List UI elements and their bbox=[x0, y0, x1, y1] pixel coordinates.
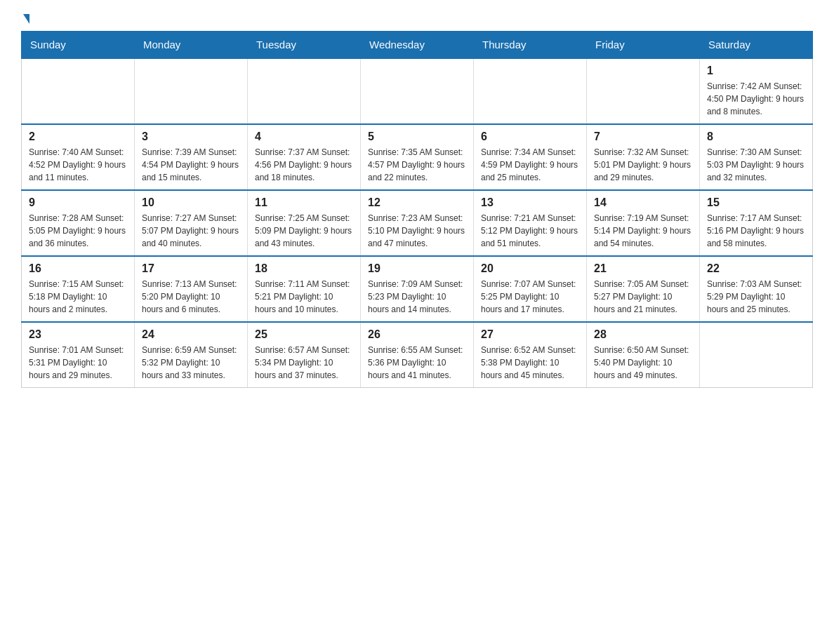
day-info: Sunrise: 7:11 AM Sunset: 5:21 PM Dayligh… bbox=[255, 278, 353, 316]
calendar-week-row: 1Sunrise: 7:42 AM Sunset: 4:50 PM Daylig… bbox=[22, 58, 813, 124]
day-number: 21 bbox=[594, 262, 692, 275]
day-info: Sunrise: 7:32 AM Sunset: 5:01 PM Dayligh… bbox=[594, 146, 692, 184]
calendar-cell: 1Sunrise: 7:42 AM Sunset: 4:50 PM Daylig… bbox=[700, 58, 813, 124]
day-number: 15 bbox=[707, 196, 805, 209]
day-number: 28 bbox=[594, 328, 692, 341]
col-saturday: Saturday bbox=[700, 32, 813, 59]
calendar-cell: 25Sunrise: 6:57 AM Sunset: 5:34 PM Dayli… bbox=[248, 322, 361, 388]
logo-arrow-icon bbox=[23, 14, 29, 24]
calendar-cell: 27Sunrise: 6:52 AM Sunset: 5:38 PM Dayli… bbox=[474, 322, 587, 388]
calendar-cell: 6Sunrise: 7:34 AM Sunset: 4:59 PM Daylig… bbox=[474, 124, 587, 190]
calendar-cell: 21Sunrise: 7:05 AM Sunset: 5:27 PM Dayli… bbox=[587, 256, 700, 322]
day-number: 24 bbox=[142, 328, 240, 341]
day-number: 4 bbox=[255, 130, 353, 143]
day-info: Sunrise: 7:35 AM Sunset: 4:57 PM Dayligh… bbox=[368, 146, 466, 184]
calendar-cell bbox=[248, 58, 361, 124]
calendar-cell: 26Sunrise: 6:55 AM Sunset: 5:36 PM Dayli… bbox=[361, 322, 474, 388]
day-number: 6 bbox=[481, 130, 579, 143]
calendar-cell: 15Sunrise: 7:17 AM Sunset: 5:16 PM Dayli… bbox=[700, 190, 813, 256]
page-header bbox=[21, 14, 813, 24]
calendar-week-row: 16Sunrise: 7:15 AM Sunset: 5:18 PM Dayli… bbox=[22, 256, 813, 322]
day-info: Sunrise: 7:09 AM Sunset: 5:23 PM Dayligh… bbox=[368, 278, 466, 316]
day-number: 1 bbox=[707, 65, 805, 77]
day-info: Sunrise: 6:57 AM Sunset: 5:34 PM Dayligh… bbox=[255, 344, 353, 382]
day-number: 3 bbox=[142, 130, 240, 143]
calendar-cell bbox=[22, 58, 135, 124]
day-number: 10 bbox=[142, 196, 240, 209]
calendar-cell: 22Sunrise: 7:03 AM Sunset: 5:29 PM Dayli… bbox=[700, 256, 813, 322]
day-info: Sunrise: 7:27 AM Sunset: 5:07 PM Dayligh… bbox=[142, 212, 240, 250]
calendar-cell: 3Sunrise: 7:39 AM Sunset: 4:54 PM Daylig… bbox=[135, 124, 248, 190]
day-number: 25 bbox=[255, 328, 353, 341]
day-number: 13 bbox=[481, 196, 579, 209]
day-info: Sunrise: 7:07 AM Sunset: 5:25 PM Dayligh… bbox=[481, 278, 579, 316]
day-info: Sunrise: 6:59 AM Sunset: 5:32 PM Dayligh… bbox=[142, 344, 240, 382]
calendar-cell: 11Sunrise: 7:25 AM Sunset: 5:09 PM Dayli… bbox=[248, 190, 361, 256]
day-info: Sunrise: 7:42 AM Sunset: 4:50 PM Dayligh… bbox=[707, 80, 805, 118]
day-number: 11 bbox=[255, 196, 353, 209]
calendar-week-row: 9Sunrise: 7:28 AM Sunset: 5:05 PM Daylig… bbox=[22, 190, 813, 256]
col-monday: Monday bbox=[135, 32, 248, 59]
day-info: Sunrise: 7:19 AM Sunset: 5:14 PM Dayligh… bbox=[594, 212, 692, 250]
calendar-cell: 16Sunrise: 7:15 AM Sunset: 5:18 PM Dayli… bbox=[22, 256, 135, 322]
calendar-cell bbox=[474, 58, 587, 124]
day-info: Sunrise: 7:23 AM Sunset: 5:10 PM Dayligh… bbox=[368, 212, 466, 250]
day-info: Sunrise: 6:50 AM Sunset: 5:40 PM Dayligh… bbox=[594, 344, 692, 382]
col-sunday: Sunday bbox=[22, 32, 135, 59]
calendar-cell: 19Sunrise: 7:09 AM Sunset: 5:23 PM Dayli… bbox=[361, 256, 474, 322]
calendar-cell: 12Sunrise: 7:23 AM Sunset: 5:10 PM Dayli… bbox=[361, 190, 474, 256]
col-thursday: Thursday bbox=[474, 32, 587, 59]
calendar-cell: 14Sunrise: 7:19 AM Sunset: 5:14 PM Dayli… bbox=[587, 190, 700, 256]
day-number: 7 bbox=[594, 130, 692, 143]
day-number: 27 bbox=[481, 328, 579, 341]
logo bbox=[21, 14, 29, 24]
day-number: 2 bbox=[29, 130, 127, 143]
calendar-cell: 23Sunrise: 7:01 AM Sunset: 5:31 PM Dayli… bbox=[22, 322, 135, 388]
day-info: Sunrise: 6:52 AM Sunset: 5:38 PM Dayligh… bbox=[481, 344, 579, 382]
day-number: 22 bbox=[707, 262, 805, 275]
day-number: 20 bbox=[481, 262, 579, 275]
day-info: Sunrise: 7:05 AM Sunset: 5:27 PM Dayligh… bbox=[594, 278, 692, 316]
col-tuesday: Tuesday bbox=[248, 32, 361, 59]
day-number: 18 bbox=[255, 262, 353, 275]
day-info: Sunrise: 7:28 AM Sunset: 5:05 PM Dayligh… bbox=[29, 212, 127, 250]
day-number: 14 bbox=[594, 196, 692, 209]
calendar-cell: 4Sunrise: 7:37 AM Sunset: 4:56 PM Daylig… bbox=[248, 124, 361, 190]
day-info: Sunrise: 7:15 AM Sunset: 5:18 PM Dayligh… bbox=[29, 278, 127, 316]
day-info: Sunrise: 7:30 AM Sunset: 5:03 PM Dayligh… bbox=[707, 146, 805, 184]
day-info: Sunrise: 6:55 AM Sunset: 5:36 PM Dayligh… bbox=[368, 344, 466, 382]
calendar-cell bbox=[700, 322, 813, 388]
calendar-cell: 9Sunrise: 7:28 AM Sunset: 5:05 PM Daylig… bbox=[22, 190, 135, 256]
day-number: 12 bbox=[368, 196, 466, 209]
day-info: Sunrise: 7:01 AM Sunset: 5:31 PM Dayligh… bbox=[29, 344, 127, 382]
day-info: Sunrise: 7:39 AM Sunset: 4:54 PM Dayligh… bbox=[142, 146, 240, 184]
calendar-week-row: 23Sunrise: 7:01 AM Sunset: 5:31 PM Dayli… bbox=[22, 322, 813, 388]
calendar-cell: 20Sunrise: 7:07 AM Sunset: 5:25 PM Dayli… bbox=[474, 256, 587, 322]
day-number: 17 bbox=[142, 262, 240, 275]
calendar-cell bbox=[587, 58, 700, 124]
calendar-cell: 28Sunrise: 6:50 AM Sunset: 5:40 PM Dayli… bbox=[587, 322, 700, 388]
day-info: Sunrise: 7:37 AM Sunset: 4:56 PM Dayligh… bbox=[255, 146, 353, 184]
calendar-cell: 24Sunrise: 6:59 AM Sunset: 5:32 PM Dayli… bbox=[135, 322, 248, 388]
day-info: Sunrise: 7:40 AM Sunset: 4:52 PM Dayligh… bbox=[29, 146, 127, 184]
day-info: Sunrise: 7:17 AM Sunset: 5:16 PM Dayligh… bbox=[707, 212, 805, 250]
calendar-cell: 8Sunrise: 7:30 AM Sunset: 5:03 PM Daylig… bbox=[700, 124, 813, 190]
calendar-header-row: Sunday Monday Tuesday Wednesday Thursday… bbox=[22, 32, 813, 59]
calendar-cell: 7Sunrise: 7:32 AM Sunset: 5:01 PM Daylig… bbox=[587, 124, 700, 190]
calendar-cell: 17Sunrise: 7:13 AM Sunset: 5:20 PM Dayli… bbox=[135, 256, 248, 322]
calendar-cell: 10Sunrise: 7:27 AM Sunset: 5:07 PM Dayli… bbox=[135, 190, 248, 256]
calendar-cell: 5Sunrise: 7:35 AM Sunset: 4:57 PM Daylig… bbox=[361, 124, 474, 190]
calendar-cell bbox=[135, 58, 248, 124]
day-info: Sunrise: 7:25 AM Sunset: 5:09 PM Dayligh… bbox=[255, 212, 353, 250]
col-wednesday: Wednesday bbox=[361, 32, 474, 59]
day-info: Sunrise: 7:34 AM Sunset: 4:59 PM Dayligh… bbox=[481, 146, 579, 184]
day-number: 23 bbox=[29, 328, 127, 341]
calendar-cell: 2Sunrise: 7:40 AM Sunset: 4:52 PM Daylig… bbox=[22, 124, 135, 190]
day-info: Sunrise: 7:21 AM Sunset: 5:12 PM Dayligh… bbox=[481, 212, 579, 250]
calendar-cell: 18Sunrise: 7:11 AM Sunset: 5:21 PM Dayli… bbox=[248, 256, 361, 322]
day-number: 16 bbox=[29, 262, 127, 275]
day-number: 9 bbox=[29, 196, 127, 209]
day-number: 19 bbox=[368, 262, 466, 275]
day-number: 26 bbox=[368, 328, 466, 341]
day-info: Sunrise: 7:03 AM Sunset: 5:29 PM Dayligh… bbox=[707, 278, 805, 316]
